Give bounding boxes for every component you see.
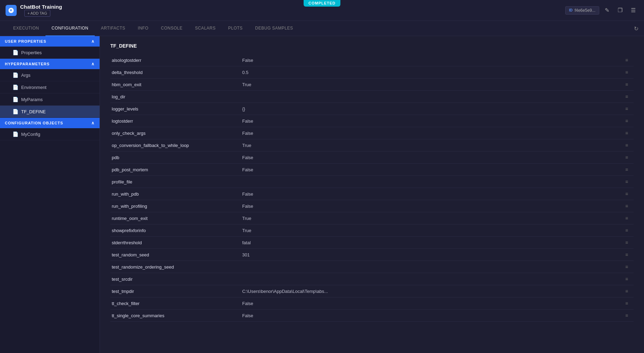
menu-button[interactable]: ☰: [628, 6, 638, 15]
param-action-button[interactable]: ≡: [620, 118, 634, 124]
table-row: stderrthresholdfatal≡: [110, 237, 634, 249]
table-row: logger_levels{}≡: [110, 103, 634, 115]
sidebar-item-label: TF_DEFINE: [21, 109, 46, 114]
param-action-button[interactable]: ≡: [620, 240, 634, 245]
sidebar-item-myparams[interactable]: 📄 MyParams: [0, 93, 100, 106]
sidebar-item-args[interactable]: 📄 Args: [0, 69, 100, 81]
chevron-up-icon-3: ∧: [91, 121, 95, 125]
table-row: profile_file≡: [110, 176, 634, 188]
sidebar-item-label: MyParams: [21, 97, 43, 102]
sidebar-item-label: MyConfig: [21, 132, 40, 137]
sidebar-item-myconfig[interactable]: 📄 MyConfig: [0, 128, 100, 140]
param-action-button[interactable]: ≡: [620, 155, 634, 160]
param-name: profile_file: [110, 179, 242, 184]
sidebar-section-user-properties[interactable]: USER PROPERTIES ∧: [0, 36, 100, 47]
param-name: log_dir: [110, 94, 242, 99]
param-action-button[interactable]: ≡: [620, 94, 634, 99]
param-action-button[interactable]: ≡: [620, 203, 634, 209]
config-objects-label: CONFIGURATION OBJECTS: [5, 121, 63, 125]
refresh-button[interactable]: ↻: [634, 25, 638, 32]
param-action-button[interactable]: ≡: [620, 215, 634, 221]
param-action-button[interactable]: ≡: [620, 69, 634, 75]
param-name: only_check_args: [110, 131, 242, 136]
param-action-button[interactable]: ≡: [620, 167, 634, 172]
expand-button[interactable]: ❐: [615, 6, 625, 15]
tab-execution[interactable]: EXECUTION: [7, 21, 45, 36]
doc-icon-tf-define: 📄: [12, 109, 18, 114]
tab-info[interactable]: INFO: [132, 21, 155, 36]
param-value: False: [242, 131, 620, 136]
param-name: run_with_profiling: [110, 204, 242, 209]
table-row: test_randomize_ordering_seed≡: [110, 261, 634, 273]
param-name: alsologtostderr: [110, 58, 242, 63]
table-row: tt_check_filterFalse≡: [110, 297, 634, 310]
status-badge: COMPLETED: [304, 0, 340, 7]
hyperparameters-label: HYPERPARAMETERS: [5, 62, 50, 66]
topbar-actions: ID f4e6e5e9... ✎ ❐ ☰: [565, 6, 638, 15]
param-action-button[interactable]: ≡: [620, 130, 634, 136]
param-value: True: [242, 143, 620, 148]
doc-icon-myconfig: 📄: [12, 131, 18, 137]
sidebar-section-config-objects[interactable]: CONFIGURATION OBJECTS ∧: [0, 118, 100, 128]
table-row: run_with_profilingFalse≡: [110, 200, 634, 212]
sidebar-item-environment[interactable]: 📄 Environment: [0, 81, 100, 93]
tab-scalars[interactable]: SCALARS: [189, 21, 222, 36]
param-name: logtostderr: [110, 118, 242, 124]
table-row: logtostderrFalse≡: [110, 115, 634, 127]
table-row: only_check_argsFalse≡: [110, 127, 634, 139]
table-row: delta_threshold0.5≡: [110, 66, 634, 79]
tab-artifacts[interactable]: ARTIFACTS: [95, 21, 132, 36]
table-row: run_with_pdbFalse≡: [110, 188, 634, 200]
param-action-button[interactable]: ≡: [620, 313, 634, 318]
doc-icon-args: 📄: [12, 72, 18, 78]
param-value: 0.5: [242, 70, 620, 75]
table-row: tt_single_core_summariesFalse≡: [110, 310, 634, 322]
param-name: logger_levels: [110, 106, 242, 112]
param-value: C:\Users\benor\AppData\Local\Temp\abs...: [242, 289, 620, 294]
param-action-button[interactable]: ≡: [620, 191, 634, 197]
chevron-up-icon-2: ∧: [91, 61, 95, 66]
edit-button[interactable]: ✎: [602, 6, 612, 15]
sidebar-item-label: Properties: [21, 50, 42, 55]
sidebar-section-hyperparameters[interactable]: HYPERPARAMETERS ∧: [0, 59, 100, 69]
add-tag-button[interactable]: + ADD TAG: [24, 10, 50, 17]
sidebar-item-properties[interactable]: 📄 Properties: [0, 47, 100, 59]
sidebar-item-tf-define[interactable]: 📄 TF_DEFINE: [0, 106, 100, 118]
table-row: showprefixforinfoTrue≡: [110, 224, 634, 237]
tab-console[interactable]: CONSOLE: [155, 21, 189, 36]
param-value: False: [242, 313, 620, 318]
param-value: True: [242, 82, 620, 87]
tab-configuration[interactable]: CONFIGURATION: [45, 21, 95, 36]
param-name: hbm_oom_exit: [110, 82, 242, 87]
table-row: test_random_seed301≡: [110, 249, 634, 261]
table-row: test_srcdir≡: [110, 273, 634, 285]
param-name: op_conversion_fallback_to_while_loop: [110, 143, 242, 148]
sidebar-item-label: Environment: [21, 85, 46, 90]
app-logo: [6, 5, 17, 16]
param-action-button[interactable]: ≡: [620, 142, 634, 148]
param-name: pdb: [110, 155, 242, 160]
param-action-button[interactable]: ≡: [620, 276, 634, 282]
param-action-button[interactable]: ≡: [620, 264, 634, 270]
sidebar-item-label: Args: [21, 73, 31, 78]
table-row: op_conversion_fallback_to_while_loopTrue…: [110, 139, 634, 151]
param-action-button[interactable]: ≡: [620, 228, 634, 233]
param-value: False: [242, 58, 620, 63]
param-value: 301: [242, 252, 620, 257]
param-action-button[interactable]: ≡: [620, 57, 634, 63]
param-value: False: [242, 301, 620, 306]
param-value: {}: [242, 106, 620, 112]
tab-debug-samples[interactable]: DEBUG SAMPLES: [249, 21, 299, 36]
param-action-button[interactable]: ≡: [620, 252, 634, 257]
param-action-button[interactable]: ≡: [620, 179, 634, 184]
user-properties-label: USER PROPERTIES: [5, 39, 46, 43]
tab-plots[interactable]: PLOTS: [222, 21, 249, 36]
param-table: alsologtostderrFalse≡delta_threshold0.5≡…: [110, 54, 634, 322]
app-title: ChatBot Training: [20, 4, 62, 10]
param-action-button[interactable]: ≡: [620, 106, 634, 112]
param-action-button[interactable]: ≡: [620, 82, 634, 87]
task-id: ID f4e6e5e9...: [565, 6, 599, 15]
param-action-button[interactable]: ≡: [620, 288, 634, 294]
topbar: ChatBot Training + ADD TAG COMPLETED ID …: [0, 0, 644, 21]
param-action-button[interactable]: ≡: [620, 301, 634, 306]
